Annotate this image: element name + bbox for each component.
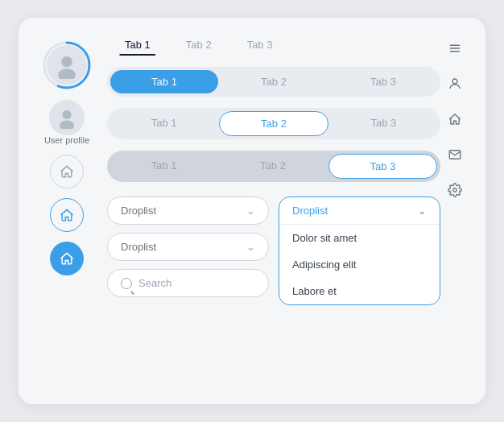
main-content: Tab 1 Tab 2 Tab 3 Tab 1 Tab 2 Tab 3 Tab …: [99, 34, 440, 388]
search-box[interactable]: Search: [107, 269, 269, 297]
avatar-progress: [42, 40, 92, 90]
chevron-down-icon-2: ⌄: [246, 241, 255, 253]
svg-point-2: [61, 56, 72, 68]
chevron-down-icon-1: ⌄: [246, 205, 255, 217]
dropdown-item-2[interactable]: Adipiscing elit: [279, 251, 440, 278]
menu-icon[interactable]: [444, 37, 466, 60]
svg-point-5: [60, 121, 74, 130]
svg-point-4: [62, 110, 71, 119]
settings-icon[interactable]: [444, 179, 466, 201]
main-card: User profile Tab 1: [19, 18, 485, 404]
droplist-1[interactable]: Droplist ⌄: [107, 197, 269, 225]
droplist-open-wrapper: Droplist ⌄ Dolor sit amet Adipiscing eli…: [279, 197, 440, 305]
search-placeholder: Search: [138, 277, 171, 289]
bottom-section: Droplist ⌄ Droplist ⌄ Search Droplist: [107, 197, 440, 305]
tab-row-4: Tab 1 Tab 2 Tab 3: [107, 151, 440, 182]
person-icon[interactable]: [444, 72, 466, 95]
tab-1-pill-outline[interactable]: Tab 1: [110, 111, 217, 136]
tab-1-pill-right[interactable]: Tab 1: [110, 154, 217, 179]
svg-point-11: [453, 188, 457, 192]
tab-3-pill-right[interactable]: Tab 3: [328, 154, 437, 179]
droplist-2[interactable]: Droplist ⌄: [107, 233, 269, 261]
tab-2-text[interactable]: Tab 2: [168, 35, 229, 54]
dropdown-item-1[interactable]: Dolor sit amet: [279, 225, 440, 251]
droplist-open-label: Droplist: [292, 205, 328, 217]
left-sidebar: User profile: [35, 34, 99, 388]
tab-row-2: Tab 1 Tab 2 Tab 3: [107, 67, 440, 97]
tab-row-3: Tab 1 Tab 2 Tab 3: [107, 108, 440, 139]
droplist-2-label: Droplist: [121, 241, 156, 253]
tab-2-pill-right[interactable]: Tab 2: [219, 154, 326, 179]
right-icons: [440, 34, 469, 388]
tab-1-pill-blue[interactable]: Tab 1: [110, 70, 218, 93]
tab-3-pill-outline[interactable]: Tab 3: [330, 111, 437, 136]
droplist-1-label: Droplist: [121, 205, 156, 217]
droplist-open: Droplist ⌄ Dolor sit amet Adipiscing eli…: [279, 197, 440, 305]
dropdown-item-3[interactable]: Labore et: [279, 278, 440, 304]
svg-point-3: [58, 68, 76, 79]
tab-1-text[interactable]: Tab 1: [107, 35, 168, 54]
left-controls: Droplist ⌄ Droplist ⌄ Search: [107, 197, 269, 305]
avatar-inner: [47, 45, 87, 85]
tab-2-pill-blue[interactable]: Tab 2: [220, 70, 328, 93]
avatar-plain: [49, 100, 85, 135]
tab-row-1: Tab 1 Tab 2 Tab 3: [107, 34, 440, 56]
tab-3-pill-blue[interactable]: Tab 3: [329, 70, 437, 93]
home-icon-default[interactable]: [50, 155, 84, 188]
mail-icon[interactable]: [444, 143, 466, 166]
home-icon-solid[interactable]: [50, 242, 84, 275]
home-icon-ring[interactable]: [50, 198, 84, 232]
chevron-down-icon-open: ⌄: [418, 205, 427, 217]
home-right-icon[interactable]: [444, 108, 466, 130]
search-icon: [121, 278, 132, 289]
droplist-open-header[interactable]: Droplist ⌄: [279, 197, 440, 225]
tab-3-text[interactable]: Tab 3: [229, 35, 291, 54]
tab-2-pill-outline[interactable]: Tab 2: [219, 111, 328, 136]
svg-point-9: [452, 79, 457, 84]
user-profile-label: User profile: [44, 135, 89, 145]
